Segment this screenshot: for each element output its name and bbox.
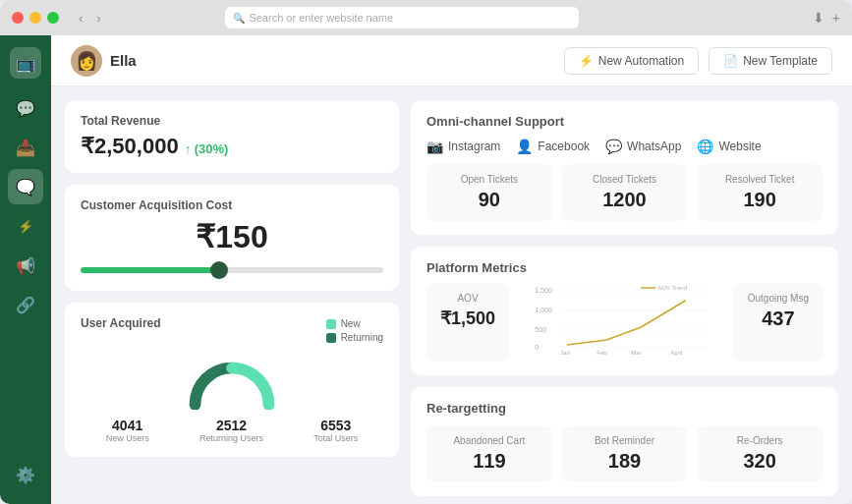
sidebar-item-campaign[interactable]: 📢 — [8, 248, 43, 283]
retarget-grid: Abandoned Cart 119 Bot Reminder 189 Re-O… — [426, 425, 823, 482]
maximize-button[interactable] — [47, 12, 59, 24]
slider-thumb[interactable] — [210, 261, 228, 279]
donut-container — [81, 351, 383, 410]
facebook-label: Facebook — [538, 140, 590, 153]
new-users-value: 4041 — [106, 418, 149, 433]
sidebar: 📺 💬 📥 🗨️ ⚡ 📢 🔗 ⚙️ — [0, 35, 51, 504]
returning-users-value: 2512 — [199, 418, 263, 433]
new-users-label: New Users — [106, 433, 149, 443]
open-tickets-value: 90 — [438, 189, 540, 211]
omni-tab-instagram[interactable]: 📷 Instagram — [426, 139, 500, 154]
browser-chrome: ‹ › 🔍 Search or enter website name ⬇+ — [0, 0, 852, 35]
automation-icon: ⚡ — [579, 54, 594, 68]
header: 👩 Ella ⚡ New Automation 📄 New Template — [51, 35, 852, 86]
resolved-tickets-label: Resolved Ticket — [709, 174, 811, 185]
metrics-row: AOV ₹1,500 1,500 1,000 500 0 — [426, 283, 823, 362]
sidebar-item-filter[interactable]: ⚡ — [8, 208, 43, 244]
svg-text:Mar: Mar — [631, 350, 641, 356]
inbox-icon: 📥 — [16, 139, 35, 157]
returning-users-stat: 2512 Returning Users — [199, 418, 263, 443]
platform-metrics-card: Platform Metrics AOV ₹1,500 1,500 1,000 … — [411, 247, 838, 375]
minimize-button[interactable] — [29, 12, 41, 24]
bot-reminder-label: Bot Reminder — [574, 435, 676, 446]
sidebar-logo[interactable]: 📺 — [10, 47, 41, 79]
close-button[interactable] — [12, 12, 24, 24]
whatsapp-label: WhatsApp — [627, 140, 681, 153]
abandoned-cart-label: Abandoned Cart — [438, 435, 540, 446]
returning-users-label: Returning Users — [199, 433, 263, 443]
svg-text:0: 0 — [535, 344, 539, 351]
header-user: 👩 Ella — [71, 45, 137, 77]
address-bar[interactable]: 🔍 Search or enter website name — [225, 7, 579, 28]
forward-button[interactable]: › — [92, 9, 104, 28]
ua-header: User Acquired New Returning — [81, 316, 383, 343]
campaign-icon: 📢 — [16, 256, 35, 275]
whatsapp-icon: 💬 — [605, 139, 622, 154]
revenue-card: Total Revenue ₹2,50,000 ↑ (30%) — [65, 100, 399, 173]
cac-amount: ₹150 — [81, 218, 383, 255]
back-button[interactable]: ‹ — [75, 9, 86, 28]
bot-reminder-card: Bot Reminder 189 — [562, 425, 688, 482]
traffic-lights — [12, 12, 59, 24]
browser-actions: ⬇+ — [813, 10, 840, 26]
closed-tickets-value: 1200 — [574, 189, 676, 211]
address-text: Search or enter website name — [249, 12, 393, 24]
outgoing-value: 437 — [748, 308, 809, 330]
ua-title: User Acquired — [81, 316, 161, 330]
retargeting-title: Re-targetting — [426, 401, 823, 416]
platform-metrics-title: Platform Metrics — [426, 260, 823, 275]
cac-title: Customer Acquisition Cost — [81, 198, 383, 212]
right-column: Omni-channel Support 📷 Instagram 👤 Faceb… — [411, 100, 838, 496]
integrations-icon: 🔗 — [16, 296, 35, 314]
svg-text:Feb: Feb — [596, 350, 607, 356]
omni-tab-whatsapp[interactable]: 💬 WhatsApp — [605, 139, 681, 154]
header-actions: ⚡ New Automation 📄 New Template — [564, 47, 832, 75]
omni-channel-tabs: 📷 Instagram 👤 Facebook 💬 WhatsApp � — [426, 139, 823, 154]
sidebar-item-settings[interactable]: ⚙️ — [8, 457, 43, 492]
new-dot — [326, 319, 336, 329]
avatar: 👩 — [71, 45, 102, 77]
aov-value: ₹1,500 — [440, 308, 495, 329]
abandoned-cart-value: 119 — [438, 450, 540, 473]
sidebar-item-integrations[interactable]: 🔗 — [8, 287, 43, 322]
closed-tickets-label: Closed Tickets — [574, 174, 676, 185]
omni-tab-facebook[interactable]: 👤 Facebook — [516, 139, 590, 154]
revenue-title: Total Revenue — [81, 114, 383, 128]
messages-icon: 🗨️ — [16, 178, 35, 196]
omni-channel-title: Omni-channel Support — [426, 114, 823, 129]
total-users-value: 6553 — [313, 418, 358, 433]
abandoned-cart-card: Abandoned Cart 119 — [426, 425, 552, 482]
resolved-tickets-card: Resolved Ticket 190 — [697, 164, 823, 221]
retargeting-card: Re-targetting Abandoned Cart 119 Bot Rem… — [411, 387, 838, 496]
left-column: Total Revenue ₹2,50,000 ↑ (30%) Customer… — [65, 100, 399, 496]
sidebar-item-chat[interactable]: 💬 — [8, 90, 43, 126]
total-users-stat: 6553 Total Users — [313, 418, 358, 443]
new-automation-button[interactable]: ⚡ New Automation — [564, 47, 699, 75]
svg-text:Jan: Jan — [560, 350, 570, 356]
template-icon: 📄 — [723, 54, 738, 68]
cac-card: Customer Acquisition Cost ₹150 — [65, 185, 399, 291]
reorders-card: Re-Orders 320 — [697, 425, 823, 482]
user-stats: 4041 New Users 2512 Returning Users 6553… — [81, 418, 383, 443]
legend-new: New — [326, 318, 383, 329]
revenue-growth: ↑ (30%) — [185, 141, 229, 156]
svg-text:1,000: 1,000 — [535, 307, 552, 313]
sidebar-item-messages[interactable]: 🗨️ — [8, 169, 43, 204]
slider-track — [81, 267, 383, 273]
tickets-grid: Open Tickets 90 Closed Tickets 1200 Reso… — [426, 164, 823, 221]
revenue-amount: ₹2,50,000 — [81, 134, 179, 159]
total-users-label: Total Users — [313, 433, 358, 443]
chat-icon: 💬 — [16, 99, 35, 118]
sidebar-item-inbox[interactable]: 📥 — [8, 130, 43, 165]
omni-tab-website[interactable]: 🌐 Website — [697, 139, 761, 154]
facebook-icon: 👤 — [516, 139, 533, 154]
dashboard: Total Revenue ₹2,50,000 ↑ (30%) Customer… — [51, 86, 852, 504]
svg-text:AOV Trend: AOV Trend — [657, 285, 687, 291]
reorders-label: Re-Orders — [709, 435, 811, 446]
cac-slider[interactable] — [81, 263, 383, 277]
website-icon: 🌐 — [697, 139, 713, 154]
new-template-button[interactable]: 📄 New Template — [709, 47, 832, 75]
returning-dot — [326, 333, 336, 343]
user-acquired-card: User Acquired New Returning — [65, 303, 399, 457]
open-tickets-card: Open Tickets 90 — [426, 164, 552, 221]
